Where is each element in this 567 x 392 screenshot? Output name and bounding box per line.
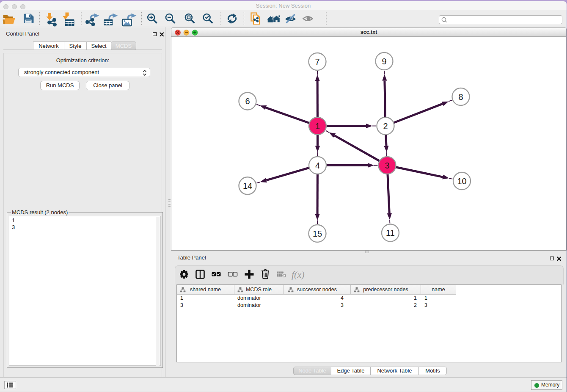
svg-text:15: 15 (313, 229, 322, 238)
svg-text:10: 10 (457, 177, 466, 186)
svg-text:f(x): f(x) (292, 269, 305, 280)
svg-text:6: 6 (245, 97, 250, 106)
svg-text:8: 8 (458, 92, 463, 102)
svg-text:14: 14 (243, 181, 252, 190)
svg-text:2: 2 (383, 121, 388, 131)
svg-text:11: 11 (386, 228, 395, 237)
svg-text:7: 7 (315, 57, 319, 66)
svg-text:9: 9 (382, 57, 386, 66)
svg-text:4: 4 (315, 161, 320, 170)
svg-text:1: 1 (315, 121, 320, 131)
svg-text:3: 3 (385, 161, 389, 170)
